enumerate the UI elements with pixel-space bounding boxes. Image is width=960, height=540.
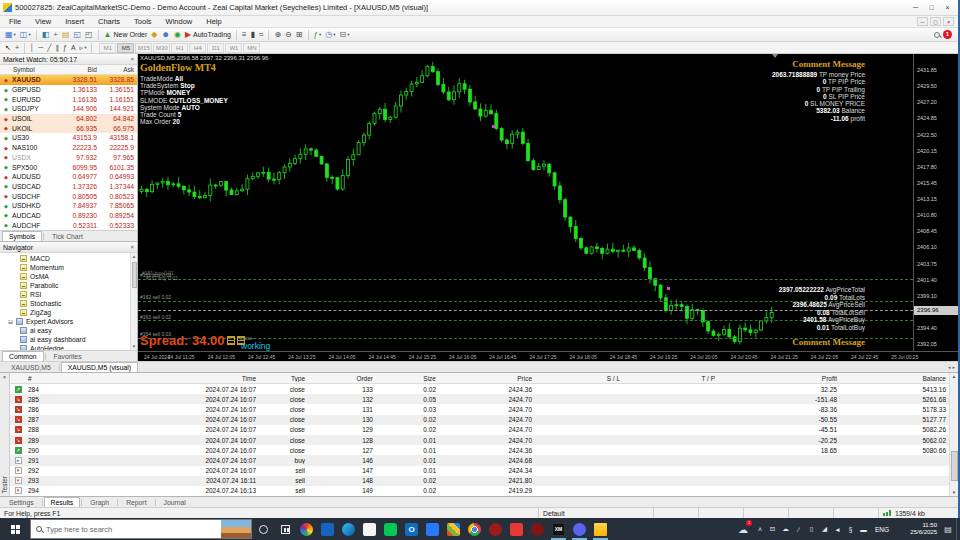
- chart-tab-xauusd-m5[interactable]: XAUUSD,M5: [4, 362, 58, 372]
- market-watch-row[interactable]: ◆USDJPY144.906144.921: [0, 104, 137, 114]
- menu-insert[interactable]: Insert: [58, 17, 91, 26]
- scrollbar-thumb[interactable]: [132, 262, 137, 288]
- tab-scroll-left-icon[interactable]: ◂: [948, 364, 951, 370]
- tester-tab-report[interactable]: Report: [119, 497, 153, 507]
- market-watch-row[interactable]: ◆USDCAD1.373261.37344: [0, 182, 137, 192]
- indicators-button[interactable]: ƒ▾: [312, 29, 324, 41]
- terminal-toggle[interactable]: ◱: [71, 29, 83, 41]
- link-icon[interactable]: §: [844, 518, 857, 540]
- column-header-symbol[interactable]: Symbol: [0, 66, 57, 73]
- navigator-item-osma[interactable]: OsMA: [0, 272, 137, 281]
- column-header-order[interactable]: Order: [305, 375, 373, 382]
- column-header-[interactable]: #: [26, 375, 60, 382]
- menu-tools[interactable]: Tools: [127, 17, 159, 26]
- table-row[interactable]: ↘2882024.07.24 16:07close1290.022424.70-…: [10, 425, 949, 435]
- pen-icon[interactable]: ∕: [792, 518, 805, 540]
- column-header-size[interactable]: Size: [373, 375, 436, 382]
- taskbar-clock[interactable]: 11:50 25/6/2025: [894, 518, 940, 540]
- navigator-close-icon[interactable]: ×: [130, 244, 134, 250]
- market-watch-row[interactable]: ◆EURUSD1.161361.16151: [0, 94, 137, 104]
- blue-pc-icon[interactable]: [317, 518, 338, 540]
- arrows-tool[interactable]: ▹▾: [78, 42, 89, 54]
- discord-icon[interactable]: [569, 518, 590, 540]
- navigator-item-momentum[interactable]: Momentum: [0, 263, 137, 272]
- tab-symbols[interactable]: Symbols: [2, 231, 42, 241]
- templates-button[interactable]: ⊟▾: [337, 29, 351, 41]
- metaeditor-button[interactable]: ◆: [149, 29, 159, 41]
- tab-scroll-right-icon[interactable]: ▸: [952, 364, 955, 370]
- data-window-toggle[interactable]: +: [51, 29, 60, 41]
- text-tool[interactable]: A: [69, 42, 78, 54]
- market-watch-row[interactable]: ◆USDX97.93297.965: [0, 153, 137, 163]
- community-button[interactable]: ☻: [160, 29, 172, 41]
- cursor-tool[interactable]: ↖: [3, 42, 13, 54]
- language-indicator[interactable]: ENG: [870, 518, 894, 540]
- explorer-icon[interactable]: [590, 518, 611, 540]
- column-header-balance[interactable]: Balance: [837, 375, 949, 382]
- chart-restore-button[interactable]: ◻: [930, 17, 941, 26]
- trendline-tool[interactable]: ╱: [45, 42, 53, 54]
- table-row[interactable]: ▾2942024.07.24 16:13sell1490.022419.29: [10, 486, 949, 496]
- column-header-price[interactable]: Price: [436, 375, 532, 382]
- tab-common[interactable]: Common: [2, 351, 44, 361]
- timeframe-h4[interactable]: H4: [189, 43, 206, 53]
- onedrive-icon[interactable]: ☁: [779, 518, 792, 540]
- tab-favorites[interactable]: Favorites: [47, 351, 89, 361]
- navigator-group-expert-advisors[interactable]: ⊟Expert Advisors: [0, 317, 137, 326]
- edge-icon[interactable]: [338, 518, 359, 540]
- task-view-button[interactable]: [274, 518, 296, 540]
- line-chart-button[interactable]: ≈: [257, 29, 265, 41]
- menu-view[interactable]: View: [28, 17, 58, 26]
- office-icon[interactable]: [443, 518, 464, 540]
- search-box[interactable]: Type here to search: [30, 519, 252, 539]
- tester-close-icon[interactable]: ×: [3, 373, 7, 381]
- tester-tab-results[interactable]: Results: [44, 497, 81, 507]
- table-row[interactable]: ↘2892024.07.24 16:07close1280.012424.70-…: [10, 435, 949, 445]
- opera-icon[interactable]: [485, 518, 506, 540]
- navigator-scrollbar[interactable]: ▲ ▼: [130, 253, 137, 350]
- scrollbar-thumb[interactable]: [951, 451, 958, 481]
- column-header-profit[interactable]: Profit: [715, 375, 837, 382]
- zoom-in-button[interactable]: ⊕: [272, 29, 283, 41]
- market-watch-row[interactable]: ◆UKOIL66.93566.975: [0, 123, 137, 133]
- tester-tab-journal[interactable]: Journal: [157, 497, 193, 507]
- fibonacci-tool[interactable]: ƒ: [61, 42, 69, 54]
- market-watch-row[interactable]: ◆GBPUSD1.361331.36151: [0, 85, 137, 95]
- tile-windows-button[interactable]: ⊞: [294, 29, 305, 41]
- chart-close-button[interactable]: ×: [943, 17, 954, 26]
- time-axis[interactable]: 24 Jul 202424 Jul 11:2524 Jul 12:0524 Ju…: [138, 351, 958, 361]
- battery-icon[interactable]: ▯: [805, 518, 818, 540]
- column-header-type[interactable]: Type: [256, 375, 305, 382]
- candlestick-chart-button[interactable]: ▮: [249, 29, 257, 41]
- timeframe-m15[interactable]: M15: [135, 43, 152, 53]
- channel-tool[interactable]: ∥: [54, 42, 62, 54]
- table-row[interactable]: ↘2852024.07.24 16:07close1320.052424.70-…: [10, 394, 949, 404]
- new-order-button[interactable]: ▲New Order: [102, 29, 150, 41]
- notification-badge[interactable]: 1: [943, 30, 952, 39]
- dark-red-icon[interactable]: [527, 518, 548, 540]
- xm-icon[interactable]: XM: [548, 518, 569, 540]
- tester-tab-graph[interactable]: Graph: [83, 497, 116, 507]
- table-row[interactable]: ▾2932024.07.24 16:11sell1480.022421.80: [10, 476, 949, 486]
- price-axis[interactable]: 2396.96 2431.852429.502427.202424.852422…: [913, 54, 958, 351]
- navigator-item-ai-easy[interactable]: ai easy: [0, 326, 137, 335]
- column-header-ask[interactable]: Ask: [97, 66, 137, 73]
- outlook-icon[interactable]: O: [401, 518, 422, 540]
- table-row[interactable]: ↘2862024.07.24 16:07close1310.032424.70-…: [10, 404, 949, 414]
- market-watch-row[interactable]: ◆AUDCAD0.892300.89254: [0, 211, 137, 221]
- navigator-item-macd[interactable]: MACD: [0, 254, 137, 263]
- line-icon[interactable]: [380, 518, 401, 540]
- column-header-s-l[interactable]: S / L: [532, 375, 620, 382]
- market-watch-toggle[interactable]: ◧: [40, 29, 52, 41]
- navigator-item-ai-easy-dashboard[interactable]: ai easy dashboard: [0, 335, 137, 344]
- bing-daily-image[interactable]: [221, 520, 251, 538]
- start-button[interactable]: [0, 518, 30, 540]
- timeframe-h1[interactable]: H1: [171, 43, 188, 53]
- chart-plot[interactable]: XAUUSD,M5 2396.58 2397.32 2396.31 2396.9…: [138, 54, 913, 351]
- autotrading-button[interactable]: ▶AutoTrading: [183, 29, 233, 41]
- timeframe-d1[interactable]: D1: [207, 43, 224, 53]
- menu-window[interactable]: Window: [159, 17, 200, 26]
- maximize-button[interactable]: □: [924, 2, 939, 13]
- tester-tab-settings[interactable]: Settings: [2, 497, 41, 507]
- navigator-item-parabolic[interactable]: Parabolic: [0, 281, 137, 290]
